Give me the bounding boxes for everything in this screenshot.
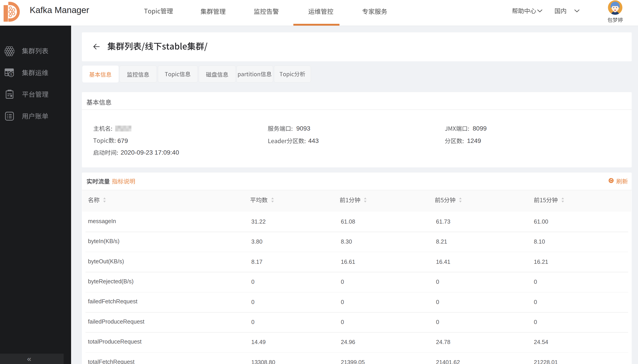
svg-text:$: $ (10, 72, 12, 76)
